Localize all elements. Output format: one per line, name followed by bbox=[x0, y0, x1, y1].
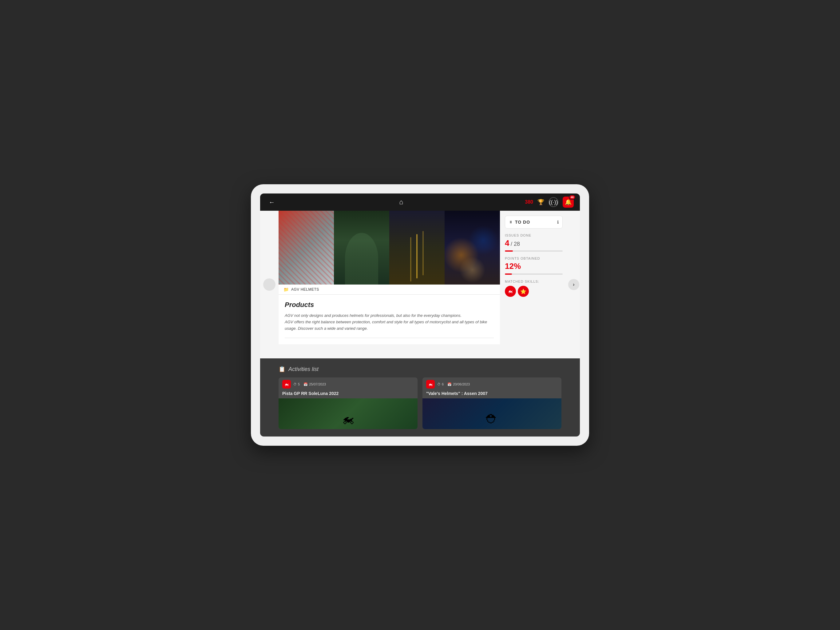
activity-meta-2: ⏱ 6 📅 20/06/2023 bbox=[437, 382, 558, 386]
activity-count-2: ⏱ 6 bbox=[437, 382, 444, 386]
points-progress-bar bbox=[505, 274, 563, 275]
activity-date-1: 📅 25/07/2023 bbox=[303, 382, 326, 386]
skills-label: MATCHED SKILLS: bbox=[505, 280, 563, 283]
right-nav-button[interactable]: › bbox=[568, 279, 579, 290]
content-center: 📁 AGV HELMETS Products AGV not only desi… bbox=[279, 211, 500, 358]
gallery-image-2 bbox=[334, 211, 389, 285]
score-display: 380 bbox=[525, 199, 533, 205]
right-sidebar: ⏸ TO DO ℹ ISSUES DONE 4 / 28 bbox=[500, 211, 568, 358]
activities-icon: 📋 bbox=[279, 366, 285, 372]
activity-date-icon-2: 📅 bbox=[447, 382, 452, 386]
activity-image-2 bbox=[422, 398, 561, 429]
todo-info-icon[interactable]: ℹ bbox=[557, 220, 559, 225]
navbar-left: ← bbox=[266, 198, 277, 207]
navbar-right: 380 🏆 ((·)) 🔔 46 bbox=[525, 196, 574, 207]
gallery-image-4 bbox=[445, 211, 500, 285]
home-icon[interactable]: ⌂ bbox=[399, 198, 403, 206]
activity-badge-2: 🏍 bbox=[426, 380, 435, 388]
activities-title: Activities list bbox=[288, 366, 319, 372]
activity-date-value-1: 25/07/2023 bbox=[309, 382, 326, 386]
activity-date-2: 📅 20/06/2023 bbox=[447, 382, 470, 386]
todo-card: ⏸ TO DO ℹ bbox=[505, 216, 563, 229]
main-content: 📁 AGV HELMETS Products AGV not only desi… bbox=[260, 211, 580, 358]
activity-card-2[interactable]: 🏍 ⏱ 6 📅 20/06/2023 bbox=[422, 377, 561, 429]
skills-icons: 🏍 ⭐ bbox=[505, 286, 563, 297]
issues-separator: / bbox=[511, 241, 514, 247]
activity-count-value-1: 5 bbox=[298, 382, 300, 386]
activity-count-icon-2: ⏱ bbox=[437, 382, 441, 386]
activities-grid: 🏍 ⏱ 5 📅 25/07/2023 bbox=[279, 377, 561, 429]
points-progress-fill bbox=[505, 274, 512, 275]
issues-total: 28 bbox=[514, 241, 520, 247]
navbar: ← ⌂ 380 🏆 ((·)) 🔔 46 bbox=[260, 193, 580, 211]
issues-progress-fill bbox=[505, 250, 513, 252]
wifi-icon: ((·)) bbox=[548, 197, 558, 207]
activity-img-helmet bbox=[422, 398, 561, 429]
activity-date-icon-1: 📅 bbox=[303, 382, 308, 386]
category-label: AGV HELMETS bbox=[291, 287, 319, 291]
activity-badge-icon-2: 🏍 bbox=[428, 382, 433, 387]
issues-progress-bar bbox=[505, 250, 563, 252]
issues-done-section: ISSUES DONE 4 / 28 bbox=[505, 233, 563, 252]
activity-date-value-2: 20/06/2023 bbox=[453, 382, 470, 386]
bell-wrapper: 🔔 46 bbox=[563, 196, 574, 207]
gallery-image-1 bbox=[279, 211, 334, 285]
products-divider bbox=[285, 338, 494, 338]
activities-header: 📋 Activities list bbox=[279, 366, 561, 372]
gallery-image-3 bbox=[389, 211, 445, 285]
folder-icon: 📁 bbox=[284, 287, 289, 292]
back-button[interactable]: ← bbox=[266, 198, 277, 207]
skill-badge-2: ⭐ bbox=[518, 286, 529, 297]
activity-badge-1: 🏍 bbox=[282, 380, 291, 388]
products-description-2: AGV offers the right balance between pro… bbox=[285, 319, 494, 332]
activity-img-racing bbox=[279, 398, 418, 429]
activity-card-1[interactable]: 🏍 ⏱ 5 📅 25/07/2023 bbox=[279, 377, 418, 429]
points-section: POINTS OBTAINED 12% bbox=[505, 256, 563, 275]
activity-meta-1: ⏱ 5 📅 25/07/2023 bbox=[293, 382, 414, 386]
side-nav-right: › bbox=[568, 211, 580, 358]
activity-title-2: "Vale's Helmets" : Assen 2007 bbox=[422, 391, 561, 398]
issues-current: 4 bbox=[505, 238, 509, 248]
activity-count-value-2: 6 bbox=[442, 382, 444, 386]
todo-card-left: ⏸ TO DO bbox=[509, 220, 530, 225]
points-value: 12% bbox=[505, 261, 521, 271]
skill-badge-1: 🏍 bbox=[505, 286, 516, 297]
screen: ← ⌂ 380 🏆 ((·)) 🔔 46 bbox=[260, 193, 580, 437]
activity-title-1: Pista GP RR SoleLuna 2022 bbox=[279, 391, 418, 398]
activity-badge-icon-1: 🏍 bbox=[284, 382, 289, 387]
bell-badge: 46 bbox=[569, 195, 576, 199]
navbar-center: ⌂ bbox=[399, 198, 403, 206]
activity-image-1 bbox=[279, 398, 418, 429]
products-description-1: AGV not only designs and produces helmet… bbox=[285, 313, 494, 319]
products-section: Products AGV not only designs and produc… bbox=[279, 295, 500, 344]
products-title: Products bbox=[285, 301, 494, 309]
category-bar: 📁 AGV HELMETS bbox=[279, 285, 500, 295]
activity-count-1: ⏱ 5 bbox=[293, 382, 300, 386]
activity-card-2-header: 🏍 ⏱ 6 📅 20/06/2023 bbox=[422, 377, 561, 391]
todo-label: TO DO bbox=[515, 220, 530, 225]
skill-icon-1: 🏍 bbox=[508, 288, 513, 294]
skill-icon-2: ⭐ bbox=[520, 288, 526, 294]
right-arrow-icon: › bbox=[573, 282, 574, 287]
points-label: POINTS OBTAINED bbox=[505, 256, 563, 260]
pause-icon: ⏸ bbox=[509, 220, 513, 224]
skills-section: MATCHED SKILLS: 🏍 ⭐ bbox=[505, 280, 563, 297]
image-gallery bbox=[279, 211, 500, 285]
device-frame: ← ⌂ 380 🏆 ((·)) 🔔 46 bbox=[251, 184, 589, 446]
activity-card-1-header: 🏍 ⏱ 5 📅 25/07/2023 bbox=[279, 377, 418, 391]
side-nav-left bbox=[260, 211, 279, 358]
activities-section: 📋 Activities list 🏍 ⏱ 5 bbox=[260, 358, 580, 437]
issues-done-label: ISSUES DONE bbox=[505, 233, 563, 237]
left-nav-button[interactable] bbox=[263, 279, 275, 291]
trophy-icon: 🏆 bbox=[537, 199, 544, 206]
activity-count-icon-1: ⏱ bbox=[293, 382, 297, 386]
